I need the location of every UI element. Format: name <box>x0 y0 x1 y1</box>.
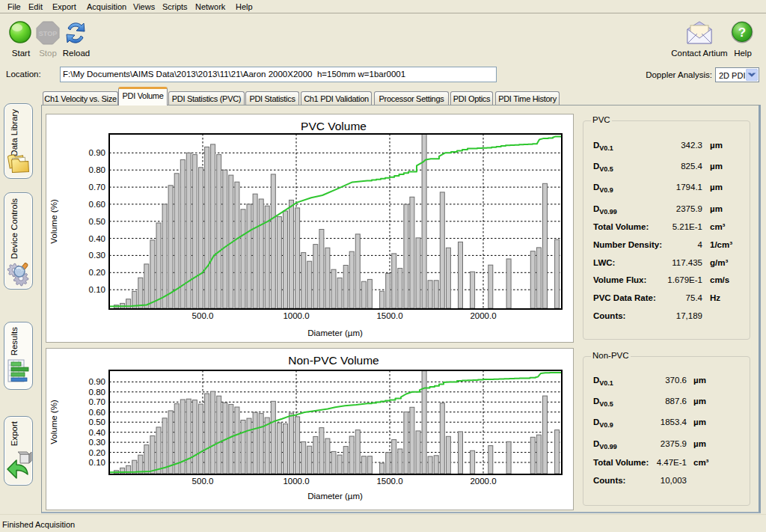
svg-text:0.70: 0.70 <box>89 183 105 192</box>
svg-text:500.0: 500.0 <box>192 311 214 320</box>
svg-text:0.80: 0.80 <box>89 388 105 397</box>
svg-text:0.20: 0.20 <box>89 448 105 457</box>
svg-text:0.20: 0.20 <box>89 268 105 277</box>
svg-text:1500.0: 1500.0 <box>376 477 402 486</box>
svg-text:1000.0: 1000.0 <box>283 477 309 486</box>
svg-text:0.60: 0.60 <box>89 200 105 209</box>
svg-text:Diameter (µm): Diameter (µm) <box>307 492 363 501</box>
svg-text:0.10: 0.10 <box>89 285 105 294</box>
svg-text:0.90: 0.90 <box>89 148 105 157</box>
svg-text:Volume (%): Volume (%) <box>49 400 58 444</box>
svg-text:0.70: 0.70 <box>89 397 105 406</box>
svg-text:0.90: 0.90 <box>89 377 105 386</box>
svg-text:0.30: 0.30 <box>89 438 105 447</box>
svg-text:500.0: 500.0 <box>192 477 214 486</box>
svg-text:0.80: 0.80 <box>89 165 105 174</box>
svg-text:0.50: 0.50 <box>89 418 105 426</box>
svg-text:0.40: 0.40 <box>89 428 105 437</box>
svg-text:0.10: 0.10 <box>89 458 105 467</box>
svg-text:0.50: 0.50 <box>89 217 105 226</box>
svg-text:0.60: 0.60 <box>89 408 105 417</box>
svg-text:2000.0: 2000.0 <box>470 477 496 486</box>
svg-text:0.30: 0.30 <box>89 251 105 260</box>
svg-text:1000.0: 1000.0 <box>283 311 309 320</box>
svg-text:Non-PVC Volume: Non-PVC Volume <box>288 354 379 367</box>
svg-text:2000.0: 2000.0 <box>470 311 496 320</box>
svg-text:Diameter (µm): Diameter (µm) <box>307 328 363 337</box>
svg-text:Volume (%): Volume (%) <box>49 199 58 244</box>
svg-text:1500.0: 1500.0 <box>376 311 402 320</box>
svg-text:STOP: STOP <box>39 30 57 37</box>
svg-text:?: ? <box>738 25 746 40</box>
svg-text:0.40: 0.40 <box>89 234 105 243</box>
svg-text:PVC Volume: PVC Volume <box>301 120 367 132</box>
